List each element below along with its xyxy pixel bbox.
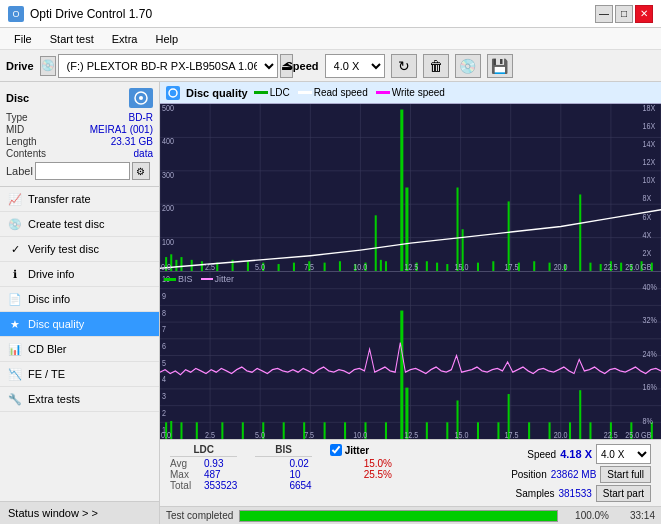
- svg-text:8: 8: [162, 308, 166, 318]
- speed-label: Speed: [286, 60, 319, 72]
- svg-rect-34: [324, 263, 326, 271]
- nav-disc-info-label: Disc info: [28, 293, 70, 305]
- svg-text:18X: 18X: [643, 104, 656, 113]
- svg-point-1: [139, 96, 143, 100]
- svg-rect-29: [278, 264, 280, 271]
- charts-container: 500 400 300 200 100 18X 16X 14X 12X 10X …: [160, 104, 661, 439]
- title-bar-left: O Opti Drive Control 1.70: [8, 6, 152, 22]
- bis-label: BIS: [178, 274, 193, 284]
- bis-total-label: [255, 480, 285, 491]
- svg-text:6X: 6X: [643, 210, 652, 221]
- jitter-max-value: 25.5%: [364, 469, 392, 480]
- nav-verify-test-disc-label: Verify test disc: [28, 243, 99, 255]
- svg-text:2X: 2X: [643, 247, 652, 258]
- svg-rect-27: [247, 261, 249, 271]
- menu-file[interactable]: File: [6, 31, 40, 47]
- start-full-button[interactable]: Start full: [600, 466, 651, 483]
- svg-rect-123: [385, 422, 387, 439]
- svg-text:100: 100: [162, 235, 174, 246]
- svg-text:7.5: 7.5: [304, 260, 314, 271]
- minimize-button[interactable]: —: [595, 5, 613, 23]
- jitter-max-row: 25.5%: [330, 469, 392, 480]
- nav-create-test-disc[interactable]: 💿 Create test disc: [0, 212, 159, 237]
- disc-length-label: Length: [6, 136, 37, 147]
- nav-drive-info[interactable]: ℹ Drive info: [0, 262, 159, 287]
- menu-extra[interactable]: Extra: [104, 31, 146, 47]
- toolbar: Drive 💿 (F:) PLEXTOR BD-R PX-LB950SA 1.0…: [0, 50, 661, 82]
- bis-max-value: 10: [289, 469, 311, 480]
- write-speed-color-swatch: [376, 91, 390, 94]
- svg-text:15.0: 15.0: [454, 260, 468, 271]
- start-part-button[interactable]: Start part: [596, 485, 651, 502]
- drive-icon: 💿: [40, 56, 56, 76]
- svg-rect-51: [533, 261, 535, 271]
- svg-text:25.0 GB: 25.0 GB: [625, 430, 651, 439]
- ldc-total-value: 353523: [204, 480, 237, 491]
- svg-rect-126: [477, 422, 479, 439]
- bis-legend-bis: BIS: [164, 274, 193, 284]
- svg-text:200: 200: [162, 202, 174, 213]
- samples-value: 381533: [558, 488, 591, 499]
- svg-rect-121: [344, 422, 346, 439]
- disc-length-row: Length 23.31 GB: [6, 136, 153, 147]
- maximize-button[interactable]: □: [615, 5, 633, 23]
- svg-rect-125: [446, 422, 448, 439]
- drive-info-icon: ℹ: [8, 267, 22, 281]
- time-display: 33:14: [615, 510, 655, 521]
- svg-rect-120: [324, 422, 326, 439]
- disc-info-button[interactable]: 💿: [455, 54, 481, 78]
- nav-disc-quality[interactable]: ★ Disc quality: [0, 312, 159, 337]
- svg-rect-56: [600, 264, 602, 271]
- svg-rect-43: [436, 263, 438, 271]
- ldc-avg-value: 0.93: [204, 458, 237, 469]
- svg-rect-109: [196, 422, 198, 439]
- disc-quality-header-icon: [166, 86, 180, 100]
- svg-text:400: 400: [162, 135, 174, 146]
- svg-rect-58: [620, 263, 622, 271]
- bis-chart-svg: 10 9 8 7 6 5 4 3 2 1 40% 32% 24% 16% 8%: [160, 272, 661, 439]
- bis-color-swatch: [164, 278, 176, 281]
- nav-fe-te[interactable]: 📉 FE / TE: [0, 362, 159, 387]
- nav-verify-test-disc[interactable]: ✓ Verify test disc: [0, 237, 159, 262]
- menu-help[interactable]: Help: [147, 31, 186, 47]
- status-text: Test completed: [166, 510, 233, 521]
- jitter-stats-section: Jitter 15.0% 25.5%: [330, 444, 392, 502]
- drive-select[interactable]: (F:) PLEXTOR BD-R PX-LB950SA 1.06: [58, 54, 278, 78]
- svg-text:17.5: 17.5: [505, 430, 519, 439]
- svg-rect-38: [375, 215, 377, 271]
- progress-percent: 100.0%: [564, 510, 609, 521]
- svg-rect-124: [426, 422, 428, 439]
- svg-rect-22: [180, 257, 182, 271]
- disc-label-button[interactable]: ⚙: [132, 162, 150, 180]
- status-window-button[interactable]: Status window > >: [0, 501, 159, 524]
- svg-rect-54: [579, 194, 581, 271]
- nav-disc-info[interactable]: 📄 Disc info: [0, 287, 159, 312]
- svg-text:14X: 14X: [643, 138, 656, 149]
- svg-text:0.0: 0.0: [161, 430, 171, 439]
- save-button[interactable]: 💾: [487, 54, 513, 78]
- disc-label-input[interactable]: [35, 162, 130, 180]
- nav-transfer-rate[interactable]: 📈 Transfer rate: [0, 187, 159, 212]
- menu-start-test[interactable]: Start test: [42, 31, 102, 47]
- nav-cd-bler[interactable]: 📊 CD Bler: [0, 337, 159, 362]
- speed-select-stats[interactable]: 4.0 X: [596, 444, 651, 464]
- main-layout: Disc Type BD-R MID MEIRA1 (001) Length 2…: [0, 82, 661, 524]
- nav-extra-tests[interactable]: 🔧 Extra tests: [0, 387, 159, 412]
- ldc-chart-svg: 500 400 300 200 100 18X 16X 14X 12X 10X …: [160, 104, 661, 271]
- svg-rect-40: [385, 261, 387, 271]
- samples-label: Samples: [516, 488, 555, 499]
- svg-text:24%: 24%: [643, 349, 657, 359]
- jitter-avg-value: 15.0%: [364, 458, 392, 469]
- spin-button[interactable]: ↻: [391, 54, 417, 78]
- erase-button[interactable]: 🗑: [423, 54, 449, 78]
- disc-quality-icon: ★: [8, 317, 22, 331]
- nav-items: 📈 Transfer rate 💿 Create test disc ✓ Ver…: [0, 187, 159, 501]
- position-label: Position: [511, 469, 547, 480]
- close-button[interactable]: ✕: [635, 5, 653, 23]
- speed-select[interactable]: 4.0 X: [325, 54, 385, 78]
- jitter-checkbox[interactable]: [330, 444, 342, 456]
- disc-contents-label: Contents: [6, 148, 46, 159]
- nav-cd-bler-label: CD Bler: [28, 343, 67, 355]
- svg-rect-127: [497, 422, 499, 439]
- disc-mid-row: MID MEIRA1 (001): [6, 124, 153, 135]
